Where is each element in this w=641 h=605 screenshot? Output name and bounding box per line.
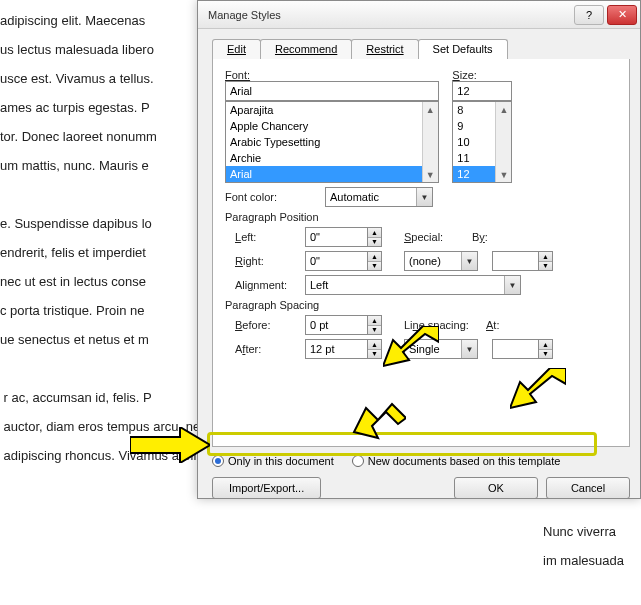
document-background-text-right: Nunc viverra im malesuada [543,517,633,575]
by-label: By: [442,231,492,243]
import-export-button[interactable]: Import/Export... [212,477,321,499]
spin-up-icon[interactable]: ▲ [368,340,381,350]
list-item[interactable]: Apple Chancery [226,118,438,134]
font-color-label: Font color: [225,191,325,203]
dialog-title: Manage Styles [208,9,574,21]
at-label: At: [470,319,499,331]
scroll-down-icon[interactable]: ▼ [496,167,511,182]
paragraph-position-section: Paragraph Position [225,211,617,223]
scrollbar[interactable]: ▲ ▼ [422,102,438,182]
paragraph-spacing-section: Paragraph Spacing [225,299,617,311]
by-spinner[interactable]: ▲▼ [492,251,553,271]
scroll-up-icon[interactable]: ▲ [496,102,511,117]
list-item[interactable]: Aparajita [226,102,438,118]
spin-down-icon[interactable]: ▼ [368,262,381,271]
set-defaults-panel: Font: Aparajita Apple Chancery Arabic Ty… [212,59,630,447]
before-label: Before: [225,319,305,331]
scroll-up-icon[interactable]: ▲ [423,102,438,117]
new-documents-template-radio[interactable]: New documents based on this template [352,455,561,467]
spin-up-icon[interactable]: ▲ [539,252,552,262]
right-label: Right: [225,255,305,267]
scroll-down-icon[interactable]: ▼ [423,167,438,182]
spin-up-icon[interactable]: ▲ [368,316,381,326]
linespacing-label: Line spacing: [382,319,470,331]
tab-set-defaults[interactable]: Set Defaults [418,39,508,59]
close-button[interactable]: ✕ [607,5,637,25]
left-label: Left: [225,231,305,243]
chevron-down-icon[interactable]: ▼ [461,252,477,270]
list-item[interactable]: Archie [226,150,438,166]
cancel-button[interactable]: Cancel [546,477,630,499]
spin-up-icon[interactable]: ▲ [368,252,381,262]
alignment-combo[interactable]: Left ▼ [305,275,521,295]
list-item[interactable]: Arial [226,166,438,182]
spin-down-icon[interactable]: ▼ [539,350,552,359]
special-label: Special: [382,231,442,243]
special-combo[interactable]: (none) ▼ [404,251,478,271]
help-button[interactable]: ? [574,5,604,25]
after-label: After: [225,343,305,355]
chevron-down-icon[interactable]: ▼ [416,188,432,206]
spin-down-icon[interactable]: ▼ [539,262,552,271]
size-input[interactable] [452,81,512,101]
linespacing-combo[interactable]: Single ▼ [404,339,478,359]
left-spinner[interactable]: 0" ▲▼ [305,227,382,247]
right-spinner[interactable]: 0" ▲▼ [305,251,382,271]
tabs: Edit Recommend Restrict Set Defaults [198,29,640,59]
font-color-combo[interactable]: Automatic ▼ [325,187,433,207]
size-label: Size: [452,69,617,81]
scrollbar[interactable]: ▲ ▼ [495,102,511,182]
tab-edit[interactable]: Edit [212,39,261,59]
font-listbox[interactable]: Aparajita Apple Chancery Arabic Typesett… [225,101,439,183]
size-listbox[interactable]: 8 9 10 11 12 ▲ ▼ [452,101,512,183]
tab-restrict[interactable]: Restrict [351,39,418,59]
spin-down-icon[interactable]: ▼ [368,238,381,247]
spin-up-icon[interactable]: ▲ [539,340,552,350]
chevron-down-icon[interactable]: ▼ [461,340,477,358]
dialog-footer: Import/Export... OK Cancel [198,477,640,509]
list-item[interactable]: Arabic Typesetting [226,134,438,150]
tab-recommend[interactable]: Recommend [260,39,352,59]
at-spinner[interactable]: ▲▼ [492,339,553,359]
only-this-document-radio[interactable]: Only in this document [212,455,334,467]
chevron-down-icon[interactable]: ▼ [504,276,520,294]
ok-button[interactable]: OK [454,477,538,499]
font-label: Font: [225,69,452,81]
spin-up-icon[interactable]: ▲ [368,228,381,238]
after-spinner[interactable]: 12 pt ▲▼ [305,339,382,359]
before-spinner[interactable]: 0 pt ▲▼ [305,315,382,335]
spin-down-icon[interactable]: ▼ [368,350,381,359]
manage-styles-dialog: Manage Styles ? ✕ Edit Recommend Restric… [197,0,641,499]
spin-down-icon[interactable]: ▼ [368,326,381,335]
font-input[interactable] [225,81,439,101]
titlebar: Manage Styles ? ✕ [198,1,640,29]
alignment-label: Alignment: [225,279,305,291]
scope-radios: Only in this document New documents base… [212,455,640,467]
